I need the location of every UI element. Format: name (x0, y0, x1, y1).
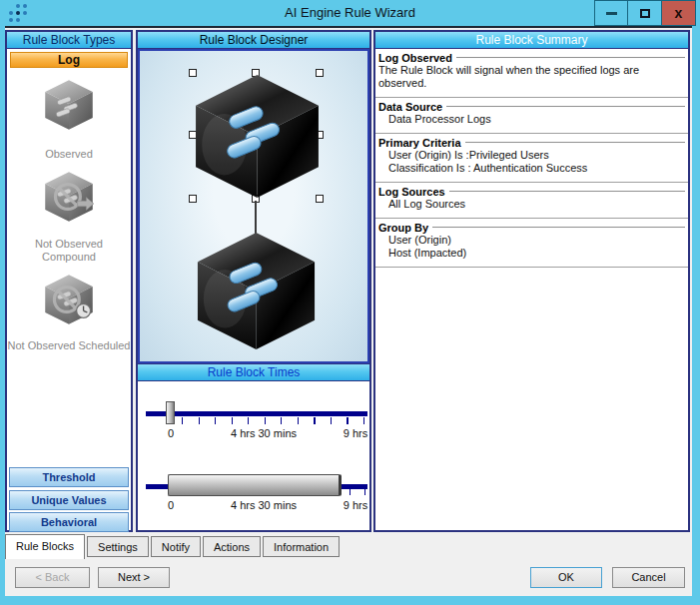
tab-notify[interactable]: Notify (151, 536, 201, 557)
rule-block-designer-header: Rule Block Designer (138, 32, 369, 49)
ai-engine-rule-wizard-window: AI Engine Rule Wizard x Rule Block Types… (0, 0, 700, 605)
maximize-icon[interactable] (628, 0, 662, 26)
summary-section-primary-criteria: Primary Criteria User (Origin) Is :Privi… (375, 134, 688, 183)
type-not-observed-scheduled-button[interactable] (7, 273, 131, 326)
slider-track[interactable] (146, 411, 367, 416)
slider-tick (364, 489, 365, 495)
tab-information[interactable]: Information (263, 536, 340, 557)
section-title: Group By (378, 222, 428, 234)
designer-canvas[interactable] (138, 49, 369, 363)
slider-range-bar[interactable] (168, 474, 342, 496)
type-not-observed-compound-button[interactable] (7, 170, 131, 224)
rule-block-designer-panel: Rule Block Designer (136, 30, 371, 532)
observed-label: Observed (7, 148, 131, 161)
next-button[interactable]: Next > (98, 567, 170, 588)
rule-block-cube-selected[interactable] (194, 73, 322, 201)
unique-values-category-button[interactable]: Unique Values (9, 490, 129, 510)
section-line: Classification Is : Authentication Succe… (378, 162, 685, 175)
tab-rule-blocks[interactable]: Rule Blocks (5, 534, 85, 559)
cancel-button[interactable]: Cancel (612, 567, 685, 588)
section-rule (449, 191, 685, 193)
section-line: User (Origin) (378, 234, 685, 247)
slider-tick (350, 489, 350, 495)
summary-section-log-sources: Log Sources All Log Sources (375, 183, 688, 219)
rule-block-summary-panel: Rule Block Summary Log Observed The Rule… (373, 30, 690, 532)
section-line: Data Processor Logs (378, 113, 685, 126)
threshold-category-button[interactable]: Threshold (9, 467, 129, 487)
summary-body: Log Observed The Rule Block will signal … (375, 49, 688, 530)
dialog-content: Rule Block Types Log (5, 26, 692, 596)
time-slider-1[interactable]: 0 4 hrs 30 mins 9 hrs (146, 399, 367, 455)
section-line: Host (Impacted) (378, 247, 685, 260)
time-slider-2[interactable]: 0 4 hrs 30 mins 9 hrs (146, 471, 367, 527)
section-rule (432, 227, 685, 229)
behavioral-category-button[interactable]: Behavioral (9, 512, 129, 532)
section-title: Data Source (378, 101, 442, 113)
tick-label-min: 0 (168, 427, 174, 439)
type-observed-button[interactable] (7, 78, 131, 132)
tick-label-mid: 4 hrs 30 mins (231, 499, 297, 511)
section-rule (456, 57, 685, 59)
section-line: The Rule Block will signal when the spec… (378, 64, 685, 90)
slider-ticks (166, 417, 364, 424)
tab-settings[interactable]: Settings (87, 536, 149, 557)
tick-label-min: 0 (168, 499, 174, 511)
close-icon[interactable]: x (662, 0, 696, 26)
section-rule (446, 106, 685, 108)
tab-actions[interactable]: Actions (203, 536, 261, 557)
section-rule (465, 142, 685, 144)
window-controls: x (594, 0, 696, 26)
tick-label-mid: 4 hrs 30 mins (231, 427, 297, 439)
rule-block-times-area: 0 4 hrs 30 mins 9 hrs 0 4 hrs 30 mins 9 … (138, 381, 369, 530)
not-observed-scheduled-cube-icon (40, 273, 98, 326)
not-observed-compound-label: Not Observed Compound (7, 238, 131, 264)
log-type-button[interactable]: Log (10, 52, 128, 68)
rule-block-cube[interactable] (195, 231, 319, 352)
not-observed-compound-cube-icon (40, 170, 98, 224)
summary-section-group-by: Group By User (Origin) Host (Impacted) (375, 219, 688, 268)
tick-label-max: 9 hrs (344, 427, 367, 439)
ok-button[interactable]: OK (530, 567, 602, 588)
titlebar: AI Engine Rule Wizard x (0, 0, 700, 26)
section-title: Log Observed (378, 52, 452, 64)
wizard-tab-strip: Rule Blocks Settings Notify Actions Info… (5, 534, 342, 560)
back-button[interactable]: < Back (15, 567, 90, 588)
section-line: User (Origin) Is :Privileged Users (378, 149, 685, 162)
slider-handle[interactable] (166, 401, 175, 424)
tick-label-max: 9 hrs (344, 499, 367, 511)
rule-block-types-header: Rule Block Types (7, 32, 131, 49)
section-line: All Log Sources (378, 198, 685, 211)
summary-section-data-source: Data Source Data Processor Logs (375, 98, 688, 134)
summary-section-log-observed: Log Observed The Rule Block will signal … (375, 49, 688, 98)
section-title: Primary Criteria (378, 137, 461, 149)
minimize-icon[interactable] (594, 0, 628, 26)
observed-cube-icon (40, 78, 98, 132)
rule-block-types-panel: Rule Block Types Log (5, 30, 133, 532)
rule-block-summary-header: Rule Block Summary (375, 32, 688, 49)
section-title: Log Sources (378, 186, 445, 198)
not-observed-scheduled-label: Not Observed Scheduled (7, 339, 131, 352)
rule-block-times-header: Rule Block Times (138, 363, 369, 381)
